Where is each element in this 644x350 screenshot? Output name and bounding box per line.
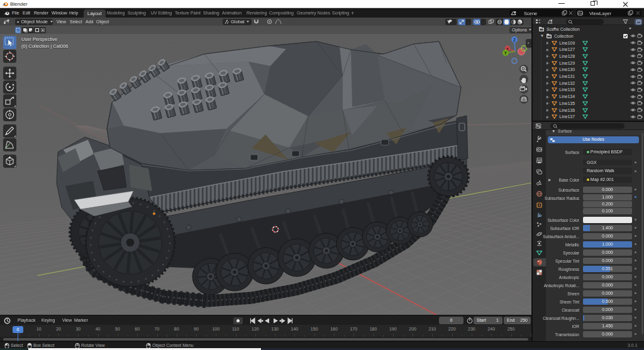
svg-text:‹: ‹ <box>528 40 530 46</box>
svg-text:Z: Z <box>513 38 516 42</box>
svg-text:Y: Y <box>504 51 508 55</box>
